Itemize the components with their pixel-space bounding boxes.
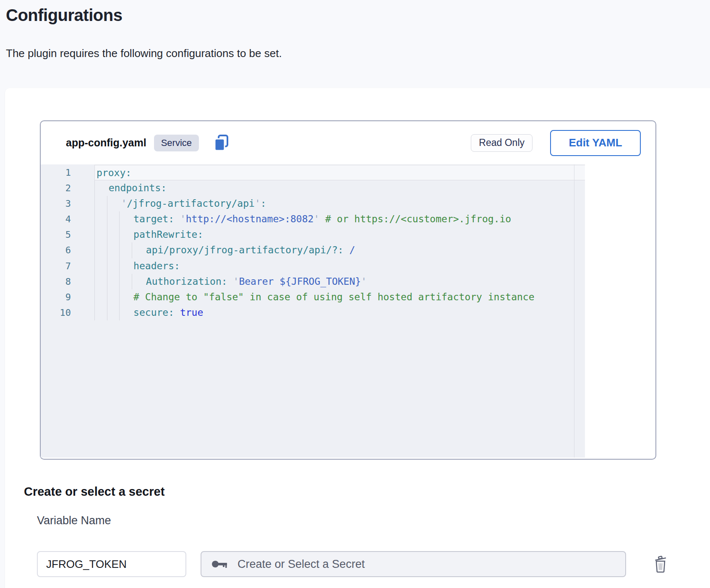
code-line-text: '/jfrog-artifactory/api': xyxy=(94,196,266,211)
yaml-config-panel: app-config.yaml Service Read Only Edit Y… xyxy=(40,120,656,460)
line-number: 3 xyxy=(41,196,94,211)
variable-name-input[interactable] xyxy=(37,551,186,577)
code-line: proxy: xyxy=(94,165,585,180)
indent-guide xyxy=(107,258,107,274)
indent-guide xyxy=(94,274,95,289)
secret-select-field[interactable]: Create or Select a Secret xyxy=(201,551,626,577)
line-number: 7 xyxy=(41,258,94,274)
code-line: target: 'http://<hostname>:8082' # or ht… xyxy=(94,211,585,227)
indent-guide xyxy=(107,211,107,227)
indent-guide xyxy=(132,242,132,258)
line-number: 1 xyxy=(41,165,94,180)
indent-guide xyxy=(107,289,107,305)
code-line: Authorization: 'Bearer ${JFROG_TOKEN}' xyxy=(94,274,585,289)
code-line-text: endpoints: xyxy=(94,180,167,196)
indent-guide xyxy=(119,289,120,305)
config-file-name: app-config.yaml xyxy=(66,137,146,149)
code-line-text: Authorization: 'Bearer ${JFROG_TOKEN}' xyxy=(94,274,367,289)
editor-gutter: 12345678910 xyxy=(41,165,94,320)
code-line-text: target: 'http://<hostname>:8082' # or ht… xyxy=(94,211,511,227)
indent-guide xyxy=(94,211,95,227)
indent-guide xyxy=(107,242,107,258)
indent-guide xyxy=(94,180,95,196)
code-line: api/proxy/jfrog-artifactory/api/?: / xyxy=(94,242,585,258)
code-line-text: # Change to "false" in case of using sel… xyxy=(94,289,535,305)
service-badge: Service xyxy=(154,135,199,151)
indent-guide xyxy=(94,242,95,258)
editor-code-area[interactable]: proxy:endpoints:'/jfrog-artifactory/api'… xyxy=(94,165,585,320)
trash-icon xyxy=(652,554,669,573)
code-line: endpoints: xyxy=(94,180,585,196)
configuration-card: app-config.yaml Service Read Only Edit Y… xyxy=(5,88,710,588)
code-line-text: proxy: xyxy=(95,165,131,181)
variable-name-label: Variable Name xyxy=(37,514,111,527)
indent-guide xyxy=(119,258,120,274)
line-number: 4 xyxy=(41,211,94,227)
panel-header: app-config.yaml Service Read Only Edit Y… xyxy=(41,121,655,164)
read-only-button[interactable]: Read Only xyxy=(471,134,532,152)
line-number: 2 xyxy=(41,180,94,196)
indent-guide xyxy=(107,305,107,320)
indent-guide xyxy=(94,227,95,242)
indent-guide xyxy=(119,211,120,227)
editor-scrollbar-track[interactable] xyxy=(574,164,574,458)
code-line-text: api/proxy/jfrog-artifactory/api/?: / xyxy=(94,242,355,258)
indent-guide xyxy=(119,227,120,242)
key-icon xyxy=(211,559,228,569)
code-line-text: pathRewrite: xyxy=(94,227,203,242)
line-number: 10 xyxy=(41,305,94,320)
code-line: '/jfrog-artifactory/api': xyxy=(94,196,585,211)
indent-guide xyxy=(94,305,95,320)
indent-guide xyxy=(119,305,120,320)
code-line: secure: true xyxy=(94,305,585,320)
page-title: Configurations xyxy=(6,6,122,25)
copy-icon[interactable] xyxy=(214,134,229,152)
delete-secret-button[interactable] xyxy=(651,554,670,575)
code-line: headers: xyxy=(94,258,585,274)
code-line: pathRewrite: xyxy=(94,227,585,242)
secret-select-placeholder: Create or Select a Secret xyxy=(238,558,365,571)
line-number: 6 xyxy=(41,242,94,258)
line-number: 5 xyxy=(41,227,94,242)
indent-guide xyxy=(107,227,107,242)
indent-guide xyxy=(107,274,107,289)
indent-guide xyxy=(119,242,120,258)
code-line-text: secure: true xyxy=(94,305,203,320)
indent-guide xyxy=(94,196,95,211)
yaml-editor[interactable]: 12345678910 proxy:endpoints:'/jfrog-arti… xyxy=(41,164,585,458)
code-line: # Change to "false" in case of using sel… xyxy=(94,289,585,305)
edit-yaml-button[interactable]: Edit YAML xyxy=(550,130,641,156)
indent-guide xyxy=(132,274,132,289)
indent-guide xyxy=(119,274,120,289)
copy-icon-glyph xyxy=(214,134,229,152)
page-subtitle: The plugin requires the following config… xyxy=(6,47,282,60)
secret-section-heading: Create or select a secret xyxy=(24,485,164,499)
line-number: 9 xyxy=(41,289,94,305)
indent-guide xyxy=(94,258,95,274)
indent-guide xyxy=(107,196,107,211)
line-number: 8 xyxy=(41,274,94,289)
indent-guide xyxy=(94,289,95,305)
